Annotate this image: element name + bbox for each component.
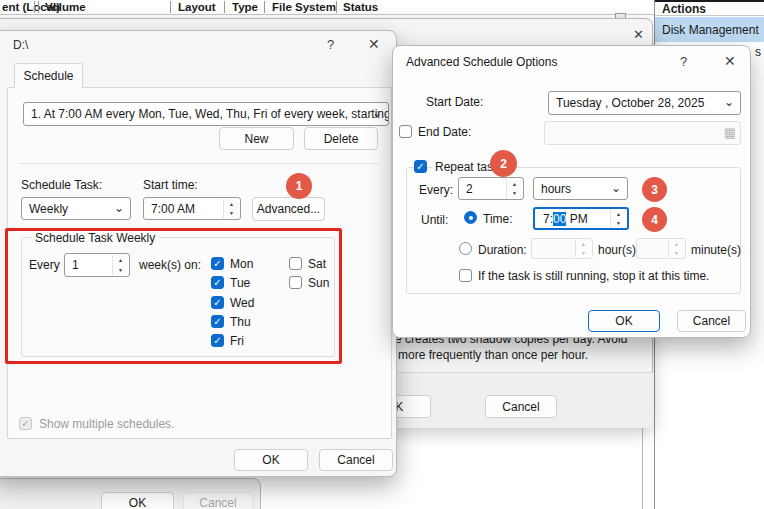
schedule-dialog: D:\ ? ✕ Schedule 1. At 7:00 AM every Mon… bbox=[0, 30, 397, 477]
help-icon[interactable]: ? bbox=[680, 54, 687, 69]
spinner-buttons[interactable]: ▲▼ bbox=[610, 210, 626, 227]
actions-panel-title: Actions bbox=[662, 2, 706, 16]
check-icon: ✓ bbox=[21, 418, 29, 429]
schedule-task-combobox[interactable]: Weekly ⌄ bbox=[21, 197, 131, 220]
spin-down-icon: ▼ bbox=[611, 219, 626, 228]
start-time-label: Start time: bbox=[143, 178, 198, 192]
column-header-volume[interactable]: Volume bbox=[45, 1, 86, 13]
actions-title-underline bbox=[655, 15, 764, 16]
advanced-ok-button[interactable]: OK bbox=[588, 310, 660, 332]
new-button[interactable]: New bbox=[219, 127, 294, 150]
help-icon[interactable]: ? bbox=[327, 37, 334, 52]
schedule-cancel-button[interactable]: Cancel bbox=[319, 449, 393, 471]
actions-item-label: Disk Management bbox=[655, 23, 759, 37]
schedule-list-combobox[interactable]: 1. At 7:00 AM every Mon, Tue, Wed, Thu, … bbox=[23, 102, 389, 126]
schedule-task-value: Weekly bbox=[29, 202, 68, 216]
start-date-combobox[interactable]: Tuesday , October 28, 2025 ⌄ bbox=[548, 91, 741, 115]
actions-edge-text-fragment: s bbox=[755, 45, 761, 59]
repeat-every-spinner[interactable]: 2 ▲▼ bbox=[458, 177, 524, 200]
advanced-schedule-dialog: Advanced Schedule Options ? ✕ Start Date… bbox=[392, 45, 751, 338]
tab-schedule-label: Schedule bbox=[23, 69, 73, 83]
spinner-buttons[interactable]: ▲▼ bbox=[668, 240, 684, 257]
chevron-down-icon: ⌄ bbox=[114, 200, 124, 214]
spinner-buttons[interactable]: ▲▼ bbox=[223, 199, 239, 218]
bottom-ok-button[interactable]: OK bbox=[101, 492, 174, 509]
chevron-down-icon: ⌄ bbox=[611, 180, 621, 194]
settings-cancel-button[interactable]: Cancel bbox=[485, 395, 557, 418]
minutes-suffix-label: minute(s) bbox=[691, 243, 741, 257]
until-label: Until: bbox=[421, 213, 448, 227]
checkbox-end-date[interactable] bbox=[399, 125, 412, 138]
actions-item-disk-management[interactable]: Disk Management bbox=[655, 17, 764, 42]
header-separator bbox=[34, 1, 35, 13]
spin-down-icon: ▼ bbox=[669, 249, 684, 258]
section-divider bbox=[19, 163, 379, 164]
end-date-field[interactable]: ▦ bbox=[544, 121, 741, 145]
checkbox-show-multiple[interactable]: ✓ bbox=[19, 417, 32, 430]
annotation-badge-4: 4 bbox=[642, 207, 667, 232]
advanced-cancel-button[interactable]: Cancel bbox=[677, 310, 746, 332]
spin-up-icon: ▲ bbox=[576, 240, 591, 249]
spinner-buttons[interactable]: ▲▼ bbox=[575, 240, 591, 257]
spin-up-icon: ▲ bbox=[507, 179, 522, 189]
until-time-spinner[interactable]: 7:00 PM ▲▼ bbox=[533, 207, 629, 230]
annotation-rectangle bbox=[5, 228, 342, 364]
spin-up-icon: ▲ bbox=[224, 199, 239, 209]
time-selected-text: 00 bbox=[553, 212, 566, 226]
radio-time-label: Time: bbox=[483, 212, 513, 226]
radio-time[interactable] bbox=[464, 211, 477, 224]
radio-duration[interactable] bbox=[459, 242, 472, 255]
repeat-every-value: 2 bbox=[466, 182, 473, 196]
until-time-value: 7:00 PM bbox=[543, 212, 588, 226]
spin-down-icon: ▼ bbox=[224, 209, 239, 219]
tab-schedule[interactable]: Schedule bbox=[14, 63, 83, 88]
annotation-badge-1: 1 bbox=[286, 173, 312, 199]
stop-task-label: If the task is still running, stop it at… bbox=[478, 269, 709, 283]
start-time-spinner[interactable]: 7:00 AM ▲▼ bbox=[143, 197, 241, 220]
duration-hours-spinner[interactable]: ▲▼ bbox=[531, 238, 593, 259]
advanced-button[interactable]: Advanced... bbox=[252, 197, 325, 221]
spinner-buttons[interactable]: ▲▼ bbox=[506, 179, 522, 198]
header-separator bbox=[264, 1, 265, 13]
check-icon: ✓ bbox=[416, 161, 424, 172]
time-suffix: PM bbox=[566, 212, 587, 226]
calendar-icon: ▦ bbox=[724, 125, 736, 140]
start-date-label: Start Date: bbox=[426, 95, 483, 109]
delete-button[interactable]: Delete bbox=[304, 127, 378, 150]
schedule-list-value: 1. At 7:00 AM every Mon, Tue, Wed, Thu, … bbox=[31, 107, 389, 121]
close-icon[interactable]: ✕ bbox=[633, 27, 644, 42]
column-header-status[interactable]: Status bbox=[343, 1, 378, 13]
start-date-value: Tuesday , October 28, 2025 bbox=[556, 96, 704, 110]
checkbox-repeat-task[interactable]: ✓ bbox=[414, 160, 427, 173]
show-multiple-label: Show multiple schedules. bbox=[39, 417, 174, 431]
column-header-type[interactable]: Type bbox=[232, 1, 258, 13]
start-time-value: 7:00 AM bbox=[151, 202, 195, 216]
repeat-every-label: Every: bbox=[419, 183, 453, 197]
bottom-dialog: OK Cancel bbox=[0, 478, 261, 509]
spin-up-icon: ▲ bbox=[611, 210, 626, 219]
close-icon[interactable]: ✕ bbox=[368, 36, 380, 52]
schedule-ok-button[interactable]: OK bbox=[234, 449, 308, 471]
time-prefix: 7: bbox=[543, 212, 553, 226]
close-icon[interactable]: ✕ bbox=[724, 53, 736, 69]
repeat-unit-combobox[interactable]: hours ⌄ bbox=[533, 177, 628, 200]
checkbox-stop-task[interactable] bbox=[459, 269, 472, 282]
chevron-down-icon: ⌄ bbox=[724, 95, 734, 109]
panel-divider bbox=[642, 427, 643, 509]
spin-down-icon: ▼ bbox=[507, 189, 522, 199]
bottom-cancel-button[interactable]: Cancel bbox=[183, 492, 253, 509]
column-header-layout[interactable]: Layout bbox=[178, 1, 216, 13]
screenshot-root: ent (Local) Volume Layout Type File Syst… bbox=[0, 0, 764, 509]
end-date-label: End Date: bbox=[418, 125, 471, 139]
dialog-title: D:\ bbox=[13, 38, 28, 52]
header-separator bbox=[170, 1, 171, 13]
spin-up-icon: ▲ bbox=[669, 240, 684, 249]
column-header-filesystem[interactable]: File System bbox=[272, 1, 336, 13]
annotation-badge-2: 2 bbox=[490, 150, 517, 177]
schedule-task-label: Schedule Task: bbox=[21, 178, 102, 192]
settings-note-line2: more frequently than once per hour. bbox=[398, 348, 588, 362]
duration-minutes-spinner[interactable]: ▲▼ bbox=[636, 238, 686, 259]
repeat-unit-value: hours bbox=[541, 182, 571, 196]
chevron-down-icon: ⌄ bbox=[372, 106, 382, 120]
header-underline bbox=[0, 14, 654, 15]
